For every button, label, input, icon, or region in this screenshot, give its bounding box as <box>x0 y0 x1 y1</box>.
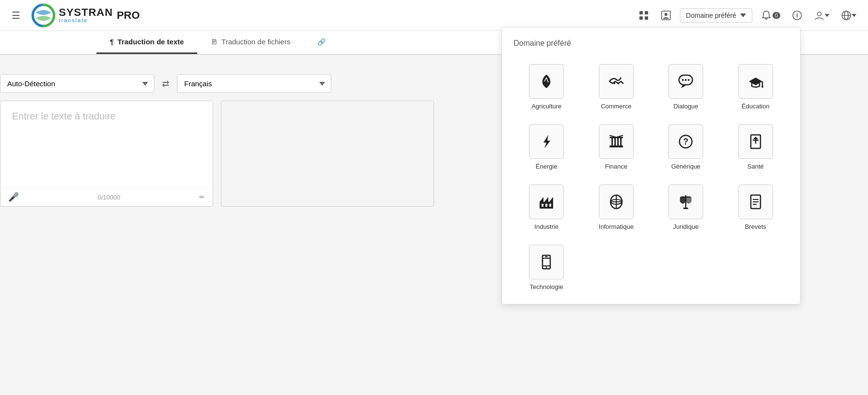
logo-systran: SYSTRAN <box>59 7 113 18</box>
tab-file-label: Traduction de fichiers <box>221 38 290 46</box>
svg-rect-2 <box>645 11 648 14</box>
commerce-icon-box <box>599 64 634 99</box>
svg-rect-3 <box>639 16 643 20</box>
generique-label: Générique <box>671 163 701 170</box>
domain-dropdown-button[interactable]: Domaine préféré <box>680 8 752 23</box>
domain-item-informatique[interactable]: Informatique <box>583 180 650 234</box>
svg-point-56 <box>546 267 547 268</box>
svg-text:?: ? <box>683 137 689 146</box>
svg-rect-41 <box>549 204 551 207</box>
svg-rect-23 <box>610 145 623 147</box>
edit-icon[interactable]: ✏ <box>199 193 205 201</box>
domain-item-dialogue[interactable]: Dialogue <box>653 59 719 114</box>
svg-point-16 <box>617 82 619 84</box>
tab-file-translation[interactable]: 🖹 Traduction de fichiers <box>197 31 304 54</box>
domain-item-juridique[interactable]: Juridique <box>653 180 719 234</box>
output-text-box <box>221 101 434 207</box>
juridique-label: Juridique <box>673 223 699 230</box>
svg-rect-28 <box>620 138 622 145</box>
paragraph-icon: ¶ <box>110 38 114 46</box>
microphone-icon[interactable]: 🎤 <box>8 192 19 202</box>
svg-marker-37 <box>544 197 548 202</box>
chevron-down-icon <box>740 13 746 17</box>
svg-point-22 <box>761 86 763 88</box>
svg-point-18 <box>682 79 684 81</box>
user-button[interactable] <box>811 8 832 23</box>
energie-icon <box>538 133 555 150</box>
svg-rect-1 <box>639 11 643 14</box>
tab-text-translation[interactable]: ¶ Traduction de texte <box>96 31 197 54</box>
logo-pro-text: PRO <box>117 9 140 22</box>
domain-item-commerce[interactable]: Commerce <box>583 59 650 114</box>
finance-icon-box <box>599 124 634 159</box>
domain-item-finance[interactable]: Finance <box>583 119 650 174</box>
informatique-icon <box>608 193 625 211</box>
hamburger-button[interactable]: ☰ <box>9 8 23 23</box>
education-label: Éducation <box>742 103 770 110</box>
svg-rect-25 <box>611 138 613 145</box>
grid-button[interactable] <box>636 8 652 23</box>
brevets-icon <box>747 193 764 211</box>
info-button[interactable]: i <box>789 8 805 23</box>
generique-icon: ? <box>677 133 694 150</box>
brevets-label: Brevets <box>745 223 766 230</box>
technologie-icon <box>538 253 555 271</box>
finance-icon <box>608 133 625 150</box>
domain-dropdown-label: Domaine préféré <box>686 12 736 19</box>
svg-text:i: i <box>796 12 798 19</box>
link-icon: 🔗 <box>317 38 326 46</box>
domain-item-education[interactable]: Éducation <box>723 59 789 114</box>
education-icon <box>747 73 764 90</box>
sante-label: Santé <box>747 163 764 170</box>
notification-button[interactable]: 0 <box>758 8 783 23</box>
informatique-label: Informatique <box>599 223 634 230</box>
domain-item-industrie[interactable]: Industrie <box>514 180 580 234</box>
text-input-placeholder[interactable]: Entrer le texte à traduire <box>0 101 213 187</box>
svg-rect-26 <box>614 138 616 145</box>
user-chevron-icon <box>825 14 829 17</box>
target-language-select[interactable]: Français <box>177 74 331 93</box>
topnav: ☰ SYSTRAN translate PRO PRO <box>0 0 868 31</box>
topnav-right: Domaine préféré 0 i <box>636 8 859 23</box>
industrie-icon-box <box>529 184 564 219</box>
industrie-label: Industrie <box>534 223 558 230</box>
domain-item-technologie[interactable]: Technologie <box>514 240 580 294</box>
lang-selectors: Auto-Détection ⇄ Français <box>0 74 434 93</box>
tab-text-label: Traduction de texte <box>118 38 184 46</box>
swap-languages-button[interactable]: ⇄ <box>162 79 169 89</box>
globe-chevron-icon <box>852 14 856 17</box>
sante-icon <box>747 133 764 150</box>
grid-icon <box>638 10 649 21</box>
contact-button[interactable] <box>658 8 674 23</box>
text-input-footer: 🎤 0/10000 ✏ <box>0 187 213 206</box>
svg-marker-38 <box>549 197 553 202</box>
juridique-icon-box <box>668 184 703 219</box>
globe-icon <box>841 10 852 21</box>
domain-item-generique[interactable]: ? Générique <box>653 119 719 174</box>
domain-item-brevets[interactable]: Brevets <box>723 180 789 234</box>
tab-link-translation[interactable]: 🔗 <box>304 31 339 54</box>
domain-item-energie[interactable]: Énergie <box>514 119 580 174</box>
domain-item-sante[interactable]: Santé <box>723 119 789 174</box>
agriculture-label: Agriculture <box>531 103 561 110</box>
user-icon <box>814 10 825 21</box>
informatique-icon-box <box>599 184 634 219</box>
globe-button[interactable] <box>838 8 859 23</box>
energie-icon-box <box>529 124 564 159</box>
notif-badge: 0 <box>773 12 780 19</box>
source-language-select[interactable]: Auto-Détection <box>0 74 154 93</box>
svg-rect-27 <box>617 138 619 145</box>
domain-item-agriculture[interactable]: Agriculture <box>514 59 580 114</box>
svg-point-9 <box>817 12 821 16</box>
sante-icon-box <box>738 124 773 159</box>
svg-point-19 <box>685 79 687 81</box>
source-text-box: Entrer le texte à traduire 🎤 0/10000 ✏ <box>0 101 213 207</box>
commerce-icon <box>608 73 625 90</box>
contact-icon <box>661 10 671 21</box>
logo-text: SYSTRAN translate PRO <box>59 7 113 23</box>
svg-marker-36 <box>540 197 543 202</box>
file-icon: 🖹 <box>211 38 217 46</box>
svg-point-20 <box>688 79 690 81</box>
dialogue-label: Dialogue <box>674 103 698 110</box>
svg-point-0 <box>31 3 55 27</box>
